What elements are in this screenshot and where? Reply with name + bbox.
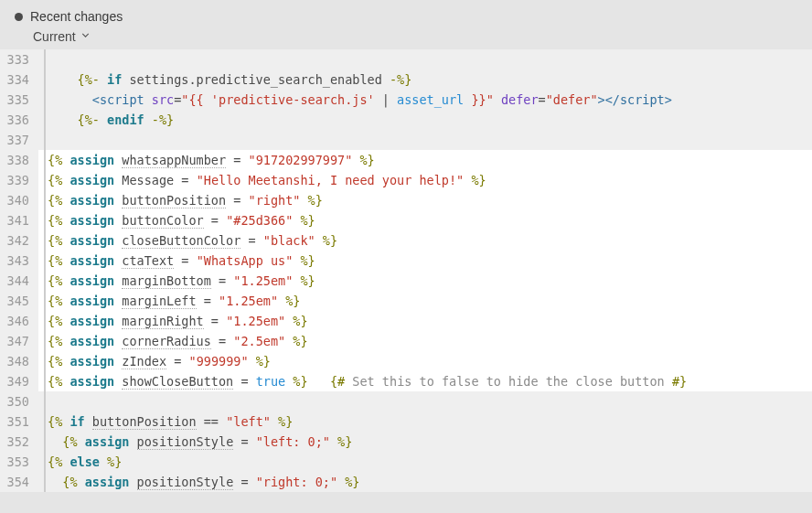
panel-header: Recent changes <box>7 5 805 27</box>
code-line[interactable]: 346{% assign marginRight = "1.25em" %} <box>0 311 812 331</box>
code-line[interactable]: 338{% assign whatsappNumber = "917202997… <box>0 150 812 170</box>
code-content[interactable]: {% assign ctaText = "WhatsApp us" %} <box>38 251 812 271</box>
line-number: 350 <box>0 391 38 411</box>
code-line[interactable]: 339{% assign Message = "Hello Meetanshi,… <box>0 170 812 190</box>
code-content[interactable]: {% assign cornerRadius = "2.5em" %} <box>38 331 812 351</box>
line-number: 344 <box>0 271 38 291</box>
unsaved-dot-icon <box>15 13 23 21</box>
line-number: 351 <box>0 411 38 432</box>
code-content[interactable]: {% assign Message = "Hello Meetanshi, I … <box>38 170 812 190</box>
code-line[interactable]: 337 <box>0 130 812 150</box>
code-content[interactable]: {% assign showCloseButton = true %} {# S… <box>38 371 812 391</box>
code-content[interactable]: {% assign buttonColor = "#25d366" %} <box>38 210 812 230</box>
code-line[interactable]: 348{% assign zIndex = "999999" %} <box>0 351 812 371</box>
line-number: 353 <box>0 452 38 472</box>
code-content[interactable] <box>38 391 812 411</box>
gutter-divider <box>44 49 46 492</box>
code-line[interactable]: 352 {% assign positionStyle = "left: 0;"… <box>0 432 812 452</box>
code-content[interactable]: {% assign closeButtonColor = "black" %} <box>38 230 812 251</box>
code-line[interactable]: 353{% else %} <box>0 452 812 472</box>
recent-changes-panel: Recent changes Current <box>0 0 812 49</box>
line-number: 345 <box>0 291 38 311</box>
line-number: 352 <box>0 432 38 452</box>
code-content[interactable]: {% else %} <box>38 452 812 472</box>
code-content[interactable]: {% assign buttonPosition = "right" %} <box>38 190 812 210</box>
line-number: 346 <box>0 311 38 331</box>
dropdown-label: Current <box>33 29 76 44</box>
line-number: 341 <box>0 210 38 230</box>
code-line[interactable]: 340{% assign buttonPosition = "right" %} <box>0 190 812 210</box>
code-line[interactable]: 333 <box>0 49 812 69</box>
line-number: 339 <box>0 170 38 190</box>
panel-title: Recent changes <box>30 9 123 24</box>
line-number: 336 <box>0 110 38 130</box>
code-content[interactable]: {% assign positionStyle = "left: 0;" %} <box>38 432 812 452</box>
code-line[interactable]: 341{% assign buttonColor = "#25d366" %} <box>0 210 812 230</box>
code-line[interactable]: 345{% assign marginLeft = "1.25em" %} <box>0 291 812 311</box>
code-line[interactable]: 343{% assign ctaText = "WhatsApp us" %} <box>0 251 812 271</box>
line-number: 338 <box>0 150 38 170</box>
code-content[interactable]: {%- endif -%} <box>38 110 812 130</box>
line-number: 343 <box>0 251 38 271</box>
code-content[interactable]: {%- if settings.predictive_search_enable… <box>38 69 812 90</box>
code-content[interactable] <box>38 130 812 150</box>
line-number: 347 <box>0 331 38 351</box>
code-content[interactable]: {% assign marginBottom = "1.25em" %} <box>38 271 812 291</box>
code-line[interactable]: 351{% if buttonPosition == "left" %} <box>0 411 812 432</box>
line-number: 333 <box>0 49 38 69</box>
code-editor[interactable]: 333334 {%- if settings.predictive_search… <box>0 49 812 492</box>
line-number: 354 <box>0 472 38 492</box>
code-content[interactable]: <script src="{{ 'predictive-search.js' |… <box>38 90 812 110</box>
line-number: 342 <box>0 230 38 251</box>
line-number: 349 <box>0 371 38 391</box>
line-number: 334 <box>0 69 38 90</box>
line-number: 340 <box>0 190 38 210</box>
code-line[interactable]: 350 <box>0 391 812 411</box>
code-line[interactable]: 336 {%- endif -%} <box>0 110 812 130</box>
chevron-down-icon <box>80 29 91 44</box>
line-number: 348 <box>0 351 38 371</box>
code-content[interactable]: {% assign zIndex = "999999" %} <box>38 351 812 371</box>
code-content[interactable]: {% if buttonPosition == "left" %} <box>38 411 812 432</box>
code-line[interactable]: 347{% assign cornerRadius = "2.5em" %} <box>0 331 812 351</box>
code-line[interactable]: 334 {%- if settings.predictive_search_en… <box>0 69 812 90</box>
code-line[interactable]: 335 <script src="{{ 'predictive-search.j… <box>0 90 812 110</box>
code-content[interactable]: {% assign whatsappNumber = "917202997997… <box>38 150 812 170</box>
line-number: 337 <box>0 130 38 150</box>
code-content[interactable] <box>38 49 812 69</box>
code-line[interactable]: 354 {% assign positionStyle = "right: 0;… <box>0 472 812 492</box>
code-content[interactable]: {% assign marginRight = "1.25em" %} <box>38 311 812 331</box>
code-line[interactable]: 342{% assign closeButtonColor = "black" … <box>0 230 812 251</box>
code-content[interactable]: {% assign positionStyle = "right: 0;" %} <box>38 472 812 492</box>
code-line[interactable]: 344{% assign marginBottom = "1.25em" %} <box>0 271 812 291</box>
line-number: 335 <box>0 90 38 110</box>
code-line[interactable]: 349{% assign showCloseButton = true %} {… <box>0 371 812 391</box>
code-content[interactable]: {% assign marginLeft = "1.25em" %} <box>38 291 812 311</box>
version-dropdown[interactable]: Current <box>7 27 805 49</box>
